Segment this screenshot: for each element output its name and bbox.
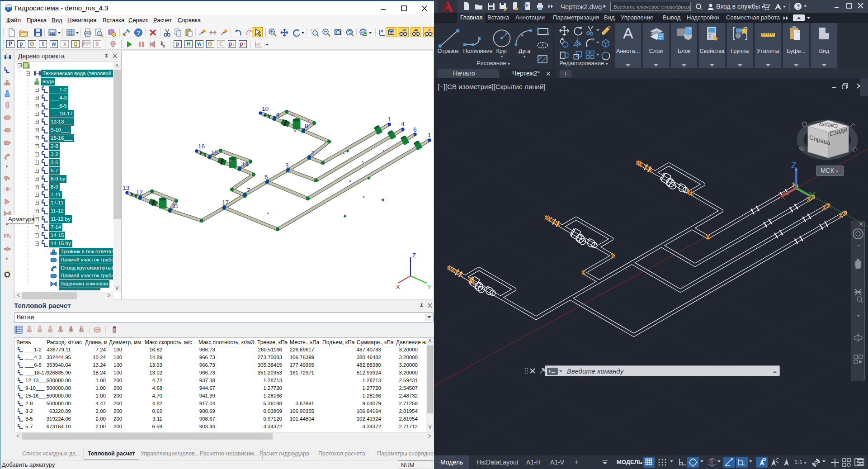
svg-text:17: 17 <box>222 199 229 206</box>
svg-text:13: 13 <box>123 185 129 191</box>
svg-text:8: 8 <box>305 123 308 129</box>
svg-text:14: 14 <box>242 161 249 168</box>
svg-text:2: 2 <box>311 150 315 156</box>
svg-text:u: u <box>7 7 9 10</box>
svg-text:9: 9 <box>276 112 280 118</box>
svg-text:11: 11 <box>172 203 179 209</box>
svg-text:1: 1 <box>387 116 391 123</box>
svg-text:Z: Z <box>412 252 416 259</box>
svg-text:15: 15 <box>211 149 218 156</box>
svg-text:X: X <box>396 284 400 290</box>
svg-text:4: 4 <box>401 121 405 128</box>
svg-text:Y: Y <box>427 284 431 290</box>
svg-text:16: 16 <box>198 143 205 150</box>
svg-text:6: 6 <box>413 126 417 133</box>
svg-text:?: ? <box>797 4 800 10</box>
svg-text:7: 7 <box>247 187 250 194</box>
svg-text:5: 5 <box>264 174 268 180</box>
svg-text:H: H <box>9 235 11 238</box>
svg-text:1: 1 <box>428 132 431 138</box>
svg-text:?: ? <box>137 30 140 36</box>
svg-text:12: 12 <box>136 189 143 196</box>
svg-text:10: 10 <box>262 105 269 112</box>
svg-text:3: 3 <box>285 162 289 169</box>
svg-text:A: A <box>623 25 633 42</box>
